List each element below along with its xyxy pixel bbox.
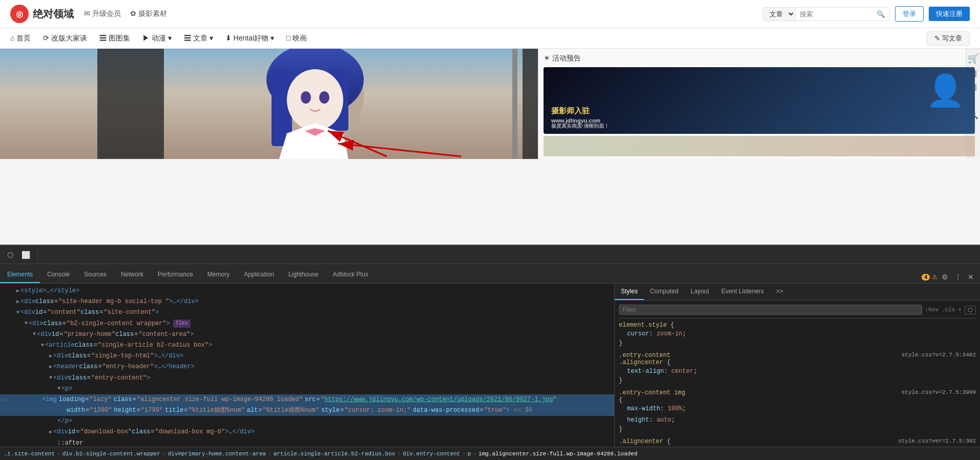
warning-icon: ⚠ bbox=[932, 273, 937, 281]
search-category[interactable]: 文章 bbox=[763, 8, 796, 21]
dom-panel[interactable]: ▶ <style>…</style> ▶ <div class="site-he… bbox=[0, 284, 615, 447]
svg-point-8 bbox=[287, 69, 343, 131]
site-logo-text: 绝对领域 bbox=[33, 7, 74, 21]
tag-style: <style> bbox=[20, 286, 46, 296]
activity-banner[interactable]: www.jdlingyu.com 摄影师入驻 极度真实画质·清晰到底！ 👤 bbox=[544, 67, 975, 134]
svg-rect-3 bbox=[512, 49, 517, 159]
tab-application[interactable]: Application bbox=[237, 267, 281, 283]
nav-movies[interactable]: □ 映画 bbox=[286, 34, 307, 43]
tab-performance[interactable]: Performance bbox=[151, 267, 200, 283]
dom-row-img-line2[interactable]: width="1200" height="1799" title="%title… bbox=[0, 405, 614, 416]
nav-gallery[interactable]: ☰ 图图集 bbox=[99, 34, 130, 43]
dom-row-p[interactable]: ▼ <p> bbox=[0, 384, 614, 394]
nav-home[interactable]: ⌂ 首页 bbox=[10, 34, 31, 43]
css-source-2[interactable]: style.css?v=2.7.5:3909 bbox=[902, 389, 976, 395]
breadcrumb-item-6[interactable]: p bbox=[468, 451, 471, 457]
nav-anime[interactable]: ▶ 动漫 ▾ bbox=[142, 34, 172, 43]
css-property-max-width[interactable]: max-width: 100%; bbox=[619, 404, 976, 414]
filter-expand-btn[interactable]: ⬡ bbox=[965, 306, 976, 314]
breadcrumb-item-2[interactable]: div.b2-single-content.wrapper bbox=[62, 451, 160, 457]
tab-network[interactable]: Network bbox=[114, 267, 151, 283]
tab-elements[interactable]: Elements bbox=[0, 267, 40, 283]
css-selector-element-style: element.style { bbox=[619, 322, 976, 329]
second-banner bbox=[544, 136, 975, 156]
nav-hentai[interactable]: ⬇ Hentai好物 ▾ bbox=[225, 34, 274, 43]
css-selector-entry-aligncenter: .entry-content style.css?v=2.7.5:3462 bbox=[619, 352, 976, 359]
css-source-3[interactable]: style.css?ver=2.7.5:302 bbox=[898, 438, 976, 444]
devtools-panel: ⬡ ⬜ Elements Console Sources Network Per… bbox=[0, 245, 980, 460]
dom-row-single-top[interactable]: ▶ <div class="single-top-html">…</div> bbox=[0, 351, 614, 362]
filter-hint-hov[interactable]: :hov bbox=[925, 307, 939, 313]
tab-event-listeners[interactable]: Event Listeners bbox=[715, 284, 770, 300]
tab-layout[interactable]: Layout bbox=[684, 284, 715, 300]
tab-more[interactable]: >> bbox=[770, 284, 789, 300]
cart-icon[interactable]: 🛒 bbox=[968, 53, 979, 64]
upgrade-link[interactable]: ✉ 升级会员 bbox=[84, 9, 121, 18]
warning-badge: 4 bbox=[922, 274, 930, 281]
site-logo[interactable]: ◎ 绝对领域 bbox=[10, 5, 74, 23]
photo-link[interactable]: ✿ 摄影素材 bbox=[130, 9, 167, 18]
styles-content: :hov .cls + ⬡ element.style { cursor: zo… bbox=[615, 301, 980, 447]
src-link[interactable]: https://www.jdlingyu.com/wp-content/uplo… bbox=[324, 396, 553, 403]
dom-row-entry-header[interactable]: ▶ <header class="entry-header">…</header… bbox=[0, 362, 614, 372]
css-property-height[interactable]: height: auto; bbox=[619, 415, 976, 426]
css-close-element-style: } bbox=[619, 339, 976, 347]
filter-hint-cls[interactable]: .cls bbox=[942, 307, 955, 313]
breadcrumb-item-1[interactable]: …t.site-content bbox=[4, 451, 55, 457]
nav-articles[interactable]: ☰ 文章 ▾ bbox=[184, 34, 213, 43]
header-links: ✉ 升级会员 ✿ 摄影素材 bbox=[84, 9, 167, 18]
tab-sources[interactable]: Sources bbox=[77, 267, 114, 283]
dom-row-entry-content[interactable]: ▼ <div class="entry-content"> bbox=[0, 373, 614, 384]
device-tool-button[interactable]: ⬜ bbox=[18, 249, 33, 261]
css-property-text-align[interactable]: text-align: center; bbox=[619, 366, 976, 377]
css-close-aligncenter: } bbox=[619, 377, 976, 384]
settings-button[interactable]: ⚙ bbox=[940, 271, 950, 283]
tab-computed[interactable]: Computed bbox=[644, 284, 684, 300]
tab-adblock[interactable]: Adblock Plus bbox=[326, 267, 376, 283]
css-rule-entry-img: .entry-content img style.css?v=2.7.5:390… bbox=[619, 389, 976, 432]
dom-row-download-box[interactable]: ▶ <div id="download-box" class="download… bbox=[0, 427, 614, 437]
tab-styles[interactable]: Styles bbox=[615, 284, 644, 300]
breadcrumb-item-5[interactable]: div.entry-content bbox=[403, 451, 460, 457]
cursor-tool-button[interactable]: ⬡ bbox=[4, 249, 16, 261]
svg-rect-0 bbox=[0, 49, 538, 159]
styles-filter-input[interactable] bbox=[619, 305, 922, 315]
flex-badge-wrapper[interactable]: flex bbox=[173, 319, 191, 328]
sidebar-preview: 🛒 ▦ ▤ ⬆ 🔍 ☀ 活动预告 www.jdlingyu.com 摄影师入驻 … bbox=[538, 49, 980, 159]
css-selector-entry-img: .entry-content img style.css?v=2.7.5:390… bbox=[619, 389, 976, 396]
site-nav: ⌂ 首页 ⟳ 改版大家谈 ☰ 图图集 ▶ 动漫 ▾ ☰ 文章 ▾ ⬇ Henta… bbox=[0, 28, 980, 49]
dom-row-content[interactable]: ▼ <div id="content" class="site-content"… bbox=[0, 307, 614, 318]
expand-triangle[interactable]: ▶ bbox=[16, 287, 19, 295]
register-button[interactable]: 快速注册 bbox=[929, 7, 970, 21]
search-input[interactable] bbox=[796, 8, 872, 20]
dom-row-wrapper[interactable]: ▼ <div class="b2-single-content wrapper"… bbox=[0, 318, 614, 329]
dom-row-site-header[interactable]: ▶ <div class="site-header mg-b social-to… bbox=[0, 296, 614, 307]
breadcrumb-item-3[interactable]: div#primary-home.content-area bbox=[168, 451, 266, 457]
tab-lighthouse[interactable]: Lighthouse bbox=[281, 267, 326, 283]
more-button[interactable]: ⋮ bbox=[952, 271, 964, 283]
write-article-button[interactable]: ✎ 写文章 bbox=[927, 31, 970, 46]
filter-add-btn[interactable]: + bbox=[958, 307, 962, 313]
site-header: ◎ 绝对领域 ✉ 升级会员 ✿ 摄影素材 文章 🔍 登录 快速注册 bbox=[0, 0, 980, 28]
dom-row-img-line1[interactable]: ... <img loading="lazy" class="aligncent… bbox=[0, 394, 614, 405]
close-devtools-button[interactable]: ✕ bbox=[966, 271, 976, 283]
css-brace-open-img: { bbox=[619, 396, 976, 404]
dom-row-primary-home[interactable]: ▼ <div id="primary-home" class="content-… bbox=[0, 329, 614, 340]
dom-row-article[interactable]: ▼ <article class="single-article b2-radi… bbox=[0, 340, 614, 351]
devtools-tabs: Elements Console Sources Network Perform… bbox=[0, 264, 980, 284]
dom-row-p-close[interactable]: </p> bbox=[0, 416, 614, 427]
css-property-cursor[interactable]: cursor: zoom-in; bbox=[619, 329, 976, 339]
svg-point-10 bbox=[319, 91, 329, 104]
css-source-1[interactable]: style.css?v=2.7.5:3462 bbox=[902, 352, 976, 358]
dom-row-after[interactable]: ::after bbox=[0, 438, 614, 447]
tab-console[interactable]: Console bbox=[40, 267, 77, 283]
breadcrumb-item-4[interactable]: article.single-article.b2-radius.box bbox=[274, 451, 395, 457]
css-rule-aligncenter: .aligncenter { style.css?ver=2.7.5:302 c… bbox=[619, 438, 976, 447]
login-button[interactable]: 登录 bbox=[895, 6, 924, 22]
breadcrumb-item-7[interactable]: img.aligncenter.size-full.wp-image-94286… bbox=[478, 451, 637, 457]
search-button[interactable]: 🔍 bbox=[872, 8, 889, 20]
nav-redesign[interactable]: ⟳ 改版大家谈 bbox=[43, 34, 87, 43]
devtools-breadcrumb: …t.site-content › div.b2-single-content.… bbox=[0, 447, 980, 460]
dom-row-style[interactable]: ▶ <style>…</style> bbox=[0, 286, 614, 296]
tab-memory[interactable]: Memory bbox=[200, 267, 237, 283]
